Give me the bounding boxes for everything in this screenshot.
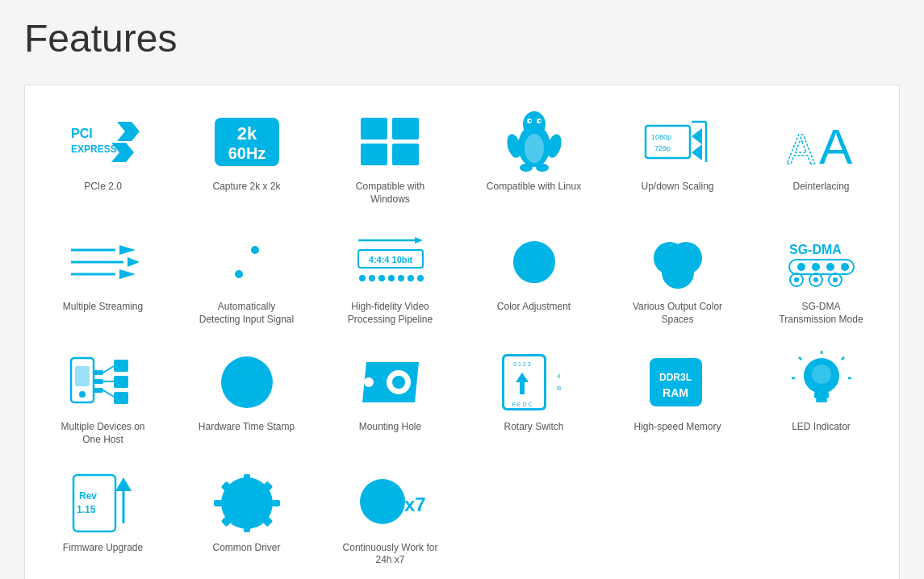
- mounting-icon: [354, 350, 427, 414]
- svg-rect-130: [214, 500, 222, 506]
- memory-icon: DDR3L RAM: [642, 350, 714, 414]
- feature-label-multidevice: Multiple Devices on One Host: [55, 421, 152, 446]
- svg-marker-34: [119, 245, 136, 255]
- svg-point-98: [392, 376, 405, 389]
- svg-point-63: [518, 254, 534, 270]
- svg-rect-89: [114, 376, 128, 388]
- feature-autodetect: Automatically Detecting Input Signal: [177, 222, 316, 334]
- streaming-icon: [67, 230, 140, 294]
- driver-icon: [211, 471, 283, 535]
- svg-point-71: [826, 263, 834, 271]
- feature-driver: Common Driver: [177, 463, 316, 575]
- svg-text:DDR3L: DDR3L: [659, 372, 691, 383]
- svg-point-76: [813, 277, 818, 282]
- feature-label-deinterlacing: Deinterlacing: [792, 181, 849, 194]
- rotary-icon: 0 1 2 3 F E D C 4 B: [498, 350, 571, 414]
- svg-text:EXPRESS: EXPRESS: [71, 144, 117, 155]
- feature-label-led: LED Indicator: [792, 421, 851, 434]
- svg-point-18: [520, 164, 533, 172]
- svg-rect-9: [361, 144, 387, 165]
- svg-point-50: [378, 275, 385, 281]
- feature-coloradj: Color Adjustment: [464, 222, 604, 334]
- svg-text:2k: 2k: [236, 123, 257, 144]
- svg-rect-84: [94, 388, 103, 393]
- empty-cell-1: [464, 463, 604, 575]
- svg-point-70: [812, 263, 820, 271]
- feature-label-memory: High-speed Memory: [633, 421, 721, 434]
- svg-text:4:4:4 10bit: 4:4:4 10bit: [368, 255, 412, 265]
- svg-point-19: [536, 164, 549, 172]
- svg-text:F E D C: F E D C: [512, 402, 532, 407]
- svg-point-52: [398, 275, 404, 281]
- svg-text:SG-DMA: SG-DMA: [789, 243, 842, 256]
- 24h-icon: x7: [354, 471, 427, 535]
- feature-label-sgdma: SG-DMA Transmission Mode: [773, 301, 870, 326]
- svg-point-16: [529, 120, 531, 123]
- svg-text:4: 4: [557, 373, 561, 380]
- feature-multidevice: Multiple Devices on One Host: [33, 342, 173, 454]
- feature-mounting: Mounting Hole: [320, 342, 460, 454]
- svg-text:0:00: 0:00: [234, 377, 259, 391]
- feature-label-coloradj: Color Adjustment: [497, 301, 571, 314]
- feature-windows: Compatible with Windows: [320, 102, 460, 214]
- svg-rect-131: [272, 500, 280, 506]
- feature-label-timestamp: Hardware Time Stamp: [199, 421, 295, 434]
- feature-label-streaming: Multiple Streaming: [63, 301, 143, 314]
- svg-rect-88: [114, 360, 128, 372]
- empty-cell-2: [608, 463, 747, 575]
- svg-rect-8: [392, 118, 419, 140]
- svg-text:A: A: [787, 126, 815, 170]
- feature-label-pcie: PCIe 2.0: [84, 181, 122, 194]
- feature-firmware: Rev 1.15 Firmware Upgrade: [33, 463, 173, 575]
- svg-rect-83: [94, 379, 103, 384]
- svg-rect-128: [244, 474, 250, 482]
- feature-label-capture2k: Capture 2k x 2k: [212, 181, 280, 194]
- svg-text:1080p: 1080p: [651, 133, 671, 141]
- svg-text:PCI: PCI: [71, 127, 93, 140]
- firmware-icon: Rev 1.15: [67, 471, 140, 535]
- svg-text:RAM: RAM: [663, 386, 688, 399]
- page-title: Features: [24, 16, 900, 60]
- svg-point-41: [239, 258, 247, 266]
- empty-cell-3: [751, 463, 891, 575]
- svg-text:B: B: [557, 385, 561, 392]
- svg-line-87: [103, 390, 114, 397]
- feature-label-colorspaces: Various Output Color Spaces: [629, 301, 726, 326]
- multidevice-icon: [67, 350, 140, 414]
- feature-linux: Compatible with Linux: [464, 102, 604, 214]
- feature-pcie: PCI EXPRESS PCIe 2.0: [33, 102, 173, 214]
- svg-text:x7: x7: [404, 494, 426, 515]
- feature-24h: x7 Continuously Work for 24h x7: [320, 463, 460, 575]
- svg-rect-82: [94, 370, 103, 375]
- feature-label-24h: Continuously Work for 24h x7: [342, 542, 439, 567]
- svg-point-119: [812, 364, 831, 384]
- pipeline-icon: 4:4:4 10bit: [354, 230, 427, 294]
- svg-text:0 1 2 3: 0 1 2 3: [513, 361, 531, 367]
- svg-text:1.15: 1.15: [77, 504, 96, 515]
- feature-streaming: Multiple Streaming: [33, 222, 173, 334]
- svg-point-44: [235, 270, 243, 278]
- feature-label-scaling: Up/down Scaling: [641, 181, 713, 194]
- svg-rect-112: [814, 392, 829, 398]
- feature-label-driver: Common Driver: [212, 542, 280, 555]
- svg-point-48: [359, 275, 366, 281]
- feature-scaling: 1080p 720p Up/down Scaling: [608, 102, 747, 214]
- features-grid: PCI EXPRESS PCIe 2.0 2k 60Hz Capture 2k …: [24, 85, 900, 579]
- svg-rect-113: [816, 398, 827, 402]
- svg-point-99: [364, 377, 374, 387]
- windows-icon: [354, 110, 427, 174]
- svg-rect-22: [646, 126, 690, 158]
- svg-marker-36: [119, 269, 136, 279]
- svg-point-127: [242, 498, 252, 508]
- feature-timestamp: 0:00 Hardware Time Stamp: [177, 342, 316, 454]
- feature-label-linux: Compatible with Linux: [487, 181, 581, 194]
- svg-line-117: [799, 357, 801, 360]
- deinterlacing-icon: A A: [785, 110, 858, 174]
- svg-rect-120: [73, 475, 115, 531]
- feature-sgdma: SG-DMA SG-DMA Transmission Mode: [751, 222, 891, 334]
- svg-point-72: [841, 263, 849, 271]
- scaling-icon: 1080p 720p: [642, 110, 714, 174]
- timestamp-icon: 0:00: [211, 350, 283, 414]
- svg-point-69: [797, 263, 805, 271]
- svg-rect-10: [392, 144, 419, 165]
